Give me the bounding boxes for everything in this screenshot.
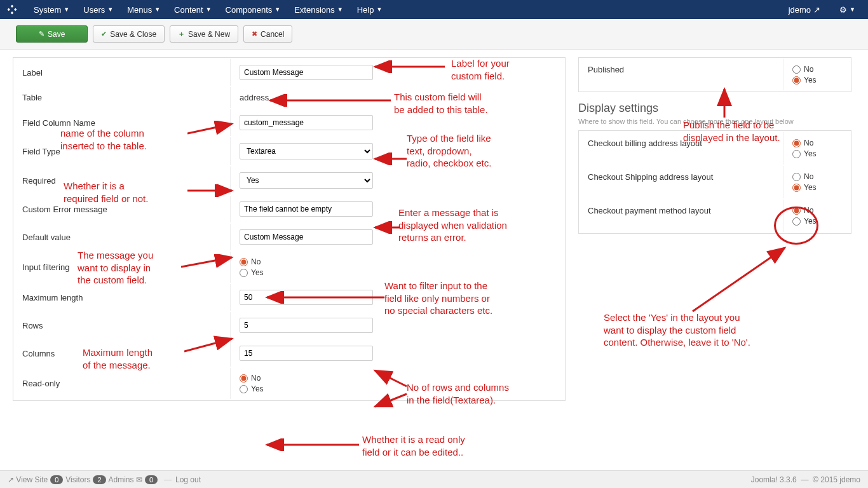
save-close-button[interactable]: ✔Save & Close: [93, 25, 165, 43]
label-published: Published: [580, 59, 783, 90]
gear-icon: ⚙: [839, 5, 847, 15]
visitors-label: Visitors: [65, 475, 90, 484]
layout-billing-yes[interactable]: Yes: [792, 149, 842, 158]
field-form: Label Tableaddress Field Column Name Fie…: [13, 57, 566, 401]
copyright-label: © 2015 jdemo: [813, 475, 860, 484]
label-error: Custom Error message: [15, 196, 231, 222]
layout-payment-no[interactable]: No: [792, 206, 842, 215]
save-icon: ✎: [39, 30, 44, 38]
check-icon: ✔: [101, 30, 107, 38]
layout-shipping-yes[interactable]: Yes: [792, 183, 842, 192]
settings-menu[interactable]: ⚙ ▼: [833, 1, 862, 18]
label-cols: Columns: [15, 340, 231, 367]
layout-billing-label: Checkout billing address layout: [580, 132, 783, 165]
column-input[interactable]: [240, 115, 373, 130]
cancel-button[interactable]: ✖Cancel: [243, 25, 292, 43]
display-settings-heading: Display settings: [578, 102, 851, 115]
published-yes[interactable]: Yes: [792, 76, 842, 85]
save-button[interactable]: ✎Save: [16, 25, 88, 43]
toolbar: ✎Save ✔Save & Close ＋Save & New ✖Cancel: [0, 19, 868, 50]
layout-shipping-no[interactable]: No: [792, 172, 842, 181]
status-bar: ↗ View Site 0 Visitors 2 Admins ✉ 0 — Lo…: [0, 470, 868, 488]
display-settings-hint: Where to show this field. You can choose…: [578, 118, 851, 125]
save-new-button[interactable]: ＋Save & New: [170, 25, 238, 43]
label-filter: Input filtering: [15, 252, 231, 283]
label-column: Field Column Name: [15, 109, 231, 136]
label-type: Field Type: [15, 137, 231, 165]
readonly-yes[interactable]: Yes: [240, 384, 556, 393]
label-default: Default value: [15, 224, 231, 250]
maxlen-input[interactable]: [240, 290, 373, 305]
table-value: address: [232, 87, 564, 108]
admins-label: Admins: [109, 475, 134, 484]
label-required: Required: [15, 166, 231, 194]
label-maxlen: Maximum length: [15, 284, 231, 311]
required-select[interactable]: Yes: [240, 172, 373, 189]
cols-input[interactable]: [240, 346, 373, 361]
label-label: Label: [15, 59, 231, 86]
filter-yes[interactable]: Yes: [240, 268, 556, 277]
mail-icon: ✉: [136, 475, 142, 484]
layout-billing-no[interactable]: No: [792, 139, 842, 147]
menu-components[interactable]: Components ▼: [219, 1, 287, 18]
error-input[interactable]: [240, 201, 373, 217]
plus-icon: ＋: [178, 29, 185, 39]
admins-badge: 2: [93, 475, 105, 484]
annotation: Whether it is a read only field or it ca…: [362, 433, 465, 458]
main-menu: System ▼ Users ▼ Menus ▼ Content ▼ Compo…: [27, 1, 782, 18]
top-navbar: System ▼ Users ▼ Menus ▼ Content ▼ Compo…: [0, 0, 868, 19]
label-input[interactable]: [240, 65, 373, 80]
layout-table: Checkout billing address layout No Yes C…: [578, 130, 851, 234]
view-site-link[interactable]: View Site: [16, 475, 48, 484]
menu-system[interactable]: System ▼: [27, 1, 76, 18]
published-no[interactable]: No: [792, 65, 842, 74]
cancel-icon: ✖: [252, 30, 257, 38]
joomla-icon: [6, 4, 18, 15]
rows-input[interactable]: [240, 318, 373, 333]
layout-shipping-label: Checkout Shipping address layout: [580, 166, 783, 198]
menu-menus[interactable]: Menus ▼: [121, 1, 166, 18]
published-block: Published No Yes: [578, 57, 851, 92]
visitors-badge: 0: [50, 475, 63, 484]
readonly-no[interactable]: No: [240, 374, 556, 383]
external-icon: ↗: [813, 5, 820, 15]
menu-extensions[interactable]: Extensions ▼: [288, 1, 349, 18]
menu-help[interactable]: Help ▼: [351, 1, 389, 18]
filter-no[interactable]: No: [240, 257, 556, 266]
layout-payment-yes[interactable]: Yes: [792, 217, 842, 226]
logout-link[interactable]: Log out: [175, 475, 201, 484]
external-icon: ↗: [8, 475, 14, 484]
label-readonly: Read-only: [15, 368, 231, 399]
label-table: Table: [15, 87, 231, 108]
layout-payment-label: Checkout payment method layout: [580, 200, 783, 232]
version-label: Joomla! 3.3.6: [751, 475, 797, 484]
default-input[interactable]: [240, 229, 373, 245]
menu-users[interactable]: Users ▼: [77, 1, 119, 18]
messages-badge: 0: [145, 475, 158, 484]
menu-content[interactable]: Content ▼: [168, 1, 217, 18]
user-menu[interactable]: jdemo ↗: [782, 1, 827, 18]
label-rows: Rows: [15, 312, 231, 339]
type-select[interactable]: Textarea: [240, 143, 373, 159]
